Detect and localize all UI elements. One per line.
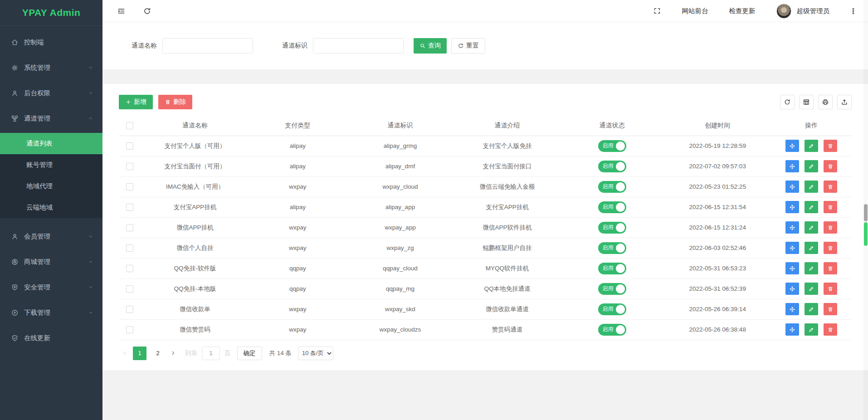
status-toggle[interactable]: 启用	[598, 303, 626, 315]
sidebar-item-security[interactable]: 安全管理	[0, 276, 102, 298]
delete-button[interactable]	[824, 140, 837, 152]
row-checkbox[interactable]	[126, 306, 133, 313]
sidebar-subitem-accounts[interactable]: 账号管理	[0, 154, 102, 176]
delete-button[interactable]	[824, 323, 837, 336]
fullscreen-icon[interactable]	[653, 7, 661, 15]
row-checkbox[interactable]	[126, 204, 133, 211]
delete-selected-button[interactable]: 删除	[158, 95, 192, 109]
sidebar-item-online-update[interactable]: 在线更新	[0, 327, 102, 349]
status-toggle[interactable]: 启用	[598, 263, 626, 274]
sidebar-subitem-region-agent[interactable]: 地域代理	[0, 176, 102, 197]
row-checkbox[interactable]	[126, 183, 133, 190]
check-update-link[interactable]: 检查更新	[729, 7, 756, 15]
shield-icon	[11, 283, 19, 291]
status-toggle[interactable]: 启用	[598, 242, 626, 254]
channel-name-input[interactable]	[162, 38, 253, 54]
sidebar-item-members[interactable]: 会员管理	[0, 225, 102, 247]
delete-button[interactable]	[824, 181, 837, 193]
delete-button[interactable]	[824, 201, 837, 213]
page-1-button[interactable]: 1	[133, 347, 146, 360]
refresh-table-button[interactable]	[780, 95, 795, 109]
table-row: 微信个人自挂 wxpay wxpay_zg 鲲鹏框架用户自挂 启用 2022-0…	[119, 238, 852, 258]
avatar[interactable]	[776, 4, 791, 19]
reset-button[interactable]: 重置	[451, 38, 485, 54]
channel-code-input[interactable]	[313, 38, 404, 54]
status-toggle[interactable]: 启用	[598, 283, 626, 295]
status-toggle[interactable]: 启用	[598, 181, 626, 193]
select-all-checkbox[interactable]	[126, 122, 133, 129]
delete-button[interactable]	[824, 283, 837, 295]
status-toggle[interactable]: 启用	[598, 201, 626, 213]
status-toggle[interactable]: 启用	[598, 324, 626, 336]
column-header: 通道介绍	[454, 116, 560, 136]
row-checkbox[interactable]	[126, 265, 133, 272]
scrollbar-thumb[interactable]	[864, 204, 868, 221]
delete-button[interactable]	[824, 303, 837, 315]
row-checkbox[interactable]	[126, 224, 133, 231]
move-button[interactable]	[785, 201, 799, 213]
site-front-link[interactable]: 网站前台	[682, 7, 708, 15]
status-toggle[interactable]: 启用	[598, 222, 626, 234]
cell-pay-type: wxpay	[249, 217, 346, 238]
move-button[interactable]	[785, 262, 799, 274]
delete-button[interactable]	[824, 242, 837, 254]
edit-button[interactable]	[805, 201, 818, 213]
jump-page-input[interactable]	[202, 347, 220, 360]
query-button[interactable]: 查询	[414, 38, 447, 54]
sidebar-item-permissions[interactable]: 后台权限	[0, 82, 102, 104]
edit-button[interactable]	[805, 221, 818, 234]
add-button[interactable]: 新增	[119, 95, 153, 109]
edit-button[interactable]	[805, 140, 818, 152]
move-button[interactable]	[785, 181, 799, 193]
edit-button[interactable]	[805, 160, 818, 172]
sidebar-item-channels[interactable]: 通道管理	[0, 107, 102, 129]
move-button[interactable]	[785, 242, 799, 254]
move-button[interactable]	[785, 283, 799, 295]
row-checkbox[interactable]	[126, 244, 133, 252]
sidebar-subitem-channel-list[interactable]: 通道列表	[0, 133, 102, 154]
status-label: 启用	[603, 285, 614, 293]
delete-button[interactable]	[824, 221, 837, 234]
page-2-button[interactable]: 2	[151, 347, 165, 360]
page-size-select[interactable]: 10 条/页	[298, 347, 333, 360]
move-button[interactable]	[785, 140, 799, 152]
sidebar-item-system[interactable]: 系统管理	[0, 57, 102, 78]
print-button[interactable]	[818, 95, 833, 109]
sidebar-item-downloads[interactable]: 下载管理	[0, 302, 102, 323]
delete-button[interactable]	[824, 160, 837, 172]
status-toggle[interactable]: 启用	[598, 140, 626, 152]
move-button[interactable]	[785, 303, 799, 315]
next-page-button[interactable]	[167, 347, 179, 360]
sidebar-subitem-cloud-region[interactable]: 云端地域	[0, 197, 102, 218]
move-button[interactable]	[785, 221, 799, 234]
edit-icon	[808, 265, 814, 272]
move-button[interactable]	[785, 323, 799, 336]
edit-button[interactable]	[805, 283, 818, 295]
delete-button[interactable]	[824, 262, 837, 274]
delete-icon	[827, 286, 834, 292]
edit-button[interactable]	[805, 181, 818, 193]
sidebar-item-mall[interactable]: 商城管理	[0, 251, 102, 273]
collapse-menu-icon[interactable]	[117, 7, 126, 15]
row-checkbox[interactable]	[126, 326, 133, 333]
edit-button[interactable]	[805, 303, 818, 315]
member-icon	[11, 233, 19, 240]
more-dots-icon[interactable]	[849, 7, 857, 15]
edit-button[interactable]	[805, 262, 818, 274]
jump-confirm-button[interactable]: 确定	[237, 347, 262, 360]
delete-icon	[827, 225, 834, 231]
column-header: 支付类型	[249, 116, 346, 136]
prev-page-button[interactable]	[119, 347, 131, 360]
columns-filter-button[interactable]	[799, 95, 814, 109]
row-checkbox[interactable]	[126, 285, 133, 293]
sidebar-item-console[interactable]: 控制端	[0, 31, 102, 53]
edit-button[interactable]	[805, 242, 818, 254]
row-checkbox[interactable]	[126, 163, 133, 170]
status-toggle[interactable]: 启用	[598, 161, 626, 172]
move-button[interactable]	[785, 160, 799, 172]
user-name[interactable]: 超级管理员	[797, 7, 830, 15]
refresh-page-icon[interactable]	[143, 7, 151, 15]
edit-button[interactable]	[805, 323, 818, 336]
row-checkbox[interactable]	[126, 142, 133, 150]
export-button[interactable]	[837, 95, 852, 109]
